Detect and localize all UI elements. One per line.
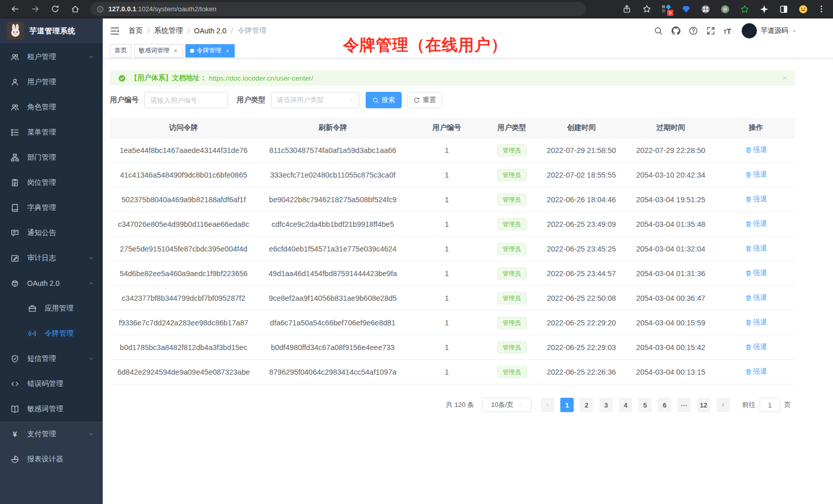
sidebar-item-5[interactable]: 部门管理 — [0, 145, 103, 170]
page-ellipsis[interactable]: ··· — [677, 398, 691, 412]
cell-user_id: 1 — [408, 343, 485, 352]
force-logout-button[interactable]: 强退 — [745, 268, 767, 278]
force-logout-button[interactable]: 强退 — [745, 195, 767, 204]
star-extension-icon[interactable] — [740, 5, 749, 14]
search-icon[interactable] — [654, 26, 663, 35]
force-logout-button[interactable]: 强退 — [745, 342, 767, 352]
tab-3[interactable]: 令牌管理 — [185, 44, 235, 57]
sidebar-item-11[interactable]: 应用管理 — [0, 296, 103, 321]
sidebar-item-17[interactable]: 报表设计器 — [0, 447, 103, 472]
cell-user_id: 1 — [408, 269, 485, 278]
cell-access_token: 41c41346a548490f9dc8b01c6bfe0865 — [110, 171, 257, 179]
cell-user_type: 管理员 — [485, 218, 538, 230]
force-logout-button[interactable]: 强退 — [745, 219, 767, 228]
github-icon[interactable] — [671, 26, 680, 35]
sidebar-item-12[interactable]: 令牌管理 — [0, 321, 103, 346]
tab-close-icon[interactable] — [225, 48, 230, 53]
page-button-2[interactable]: 2 — [580, 398, 593, 412]
sidebar-item-1[interactable]: 租户管理 — [0, 44, 103, 69]
page-button-3[interactable]: 3 — [599, 398, 613, 412]
help-icon[interactable] — [689, 26, 698, 35]
force-logout-button[interactable]: 强退 — [745, 170, 767, 179]
doc-link[interactable]: https://doc.iocoder.cn/user-center/ — [209, 74, 313, 82]
gem-extension-icon[interactable] — [681, 5, 691, 14]
force-logout-button[interactable]: 强退 — [745, 145, 767, 154]
sidebar-item-2[interactable]: 用户管理 — [0, 69, 103, 94]
back-icon[interactable] — [11, 5, 20, 13]
cell-refresh_token: b0df4980ffd34c67a08f9156e4eee733 — [257, 343, 408, 352]
user-type-select[interactable]: 请选择用户类型 — [271, 92, 359, 108]
command-extension-icon[interactable] — [701, 5, 710, 14]
search-button[interactable]: 搜索 — [366, 92, 402, 108]
sidebar-item-8[interactable]: 通知公告 — [0, 220, 103, 245]
sidebar-item-3[interactable]: 角色管理 — [0, 94, 103, 120]
browser-menu-icon[interactable] — [817, 5, 826, 13]
page-button-12[interactable]: 12 — [697, 398, 710, 412]
burst-extension-icon[interactable] — [760, 5, 769, 14]
page-size-select[interactable]: 10条/页 — [482, 398, 532, 412]
shield-icon — [11, 355, 19, 363]
font-size-icon[interactable]: TT — [724, 27, 731, 35]
cell-action: 强退 — [717, 293, 795, 303]
sidebar-item-7[interactable]: 字典管理 — [0, 195, 103, 220]
sidebar-item-16[interactable]: ¥支付管理 — [0, 421, 103, 447]
recorder-extension-icon[interactable] — [721, 5, 730, 14]
success-check-icon — [118, 74, 126, 82]
trash-icon — [745, 147, 752, 153]
force-logout-button[interactable]: 强退 — [745, 293, 767, 302]
fullscreen-icon[interactable] — [706, 26, 715, 35]
sidebar-item-label: 令牌管理 — [45, 329, 94, 338]
briefcase-icon — [28, 304, 36, 313]
sidebar-item-9[interactable]: 审计日志 — [0, 245, 103, 270]
home-icon[interactable] — [71, 5, 80, 13]
user-menu-caret-icon[interactable] — [791, 28, 797, 34]
tab-2[interactable]: 敏感词管理 — [134, 44, 183, 57]
app-logo[interactable]: 芋道管理系统 — [0, 18, 103, 43]
sidebar-item-15[interactable]: 敏感词管理 — [0, 396, 103, 421]
sidebar-item-10[interactable]: OAuth 2.0 — [0, 270, 103, 296]
page-button-1[interactable]: 1 — [560, 398, 574, 412]
user-avatar[interactable] — [742, 23, 757, 38]
page-button-5[interactable]: 5 — [638, 398, 652, 412]
address-bar[interactable]: 127.0.0.1:1024/system/oauth2/token — [90, 2, 586, 16]
page-button-6[interactable]: 6 — [658, 398, 671, 412]
page-button-4[interactable]: 4 — [619, 398, 632, 412]
sidebar-item-4[interactable]: 菜单管理 — [0, 120, 103, 145]
sidebar-item-14[interactable]: 错误码管理 — [0, 371, 103, 396]
breadcrumb-item-3[interactable]: OAuth 2.0 — [194, 27, 226, 35]
split-screen-extension-icon[interactable] — [779, 5, 788, 14]
sidebar-item-13[interactable]: 短信管理 — [0, 346, 103, 371]
prev-page-button[interactable] — [541, 398, 554, 412]
site-info-icon[interactable] — [97, 6, 104, 13]
sidebar-item-6[interactable]: 岗位管理 — [0, 170, 103, 195]
goto-page-input[interactable] — [760, 398, 780, 412]
forward-icon[interactable] — [31, 5, 40, 13]
tab-label: 令牌管理 — [197, 46, 221, 55]
breadcrumb-item-2[interactable]: 系统管理 — [154, 26, 183, 35]
share-icon[interactable] — [622, 5, 631, 13]
cell-access_token: 1ea5e44f8bc1467aaede43144f31de76 — [110, 146, 257, 154]
bookmark-star-icon[interactable] — [642, 5, 651, 13]
reload-icon[interactable] — [51, 5, 60, 13]
force-logout-button[interactable]: 强退 — [745, 367, 767, 376]
chevron-up-icon — [88, 280, 94, 286]
sidebar-item-label: 用户管理 — [27, 77, 94, 87]
tab-close-icon[interactable] — [173, 48, 178, 53]
cell-user_type: 管理员 — [485, 341, 538, 354]
cell-user_type: 管理员 — [485, 366, 538, 378]
extension-grid-icon[interactable]: 9 — [662, 5, 671, 14]
reset-button[interactable]: 重置 — [407, 92, 442, 108]
user-id-input[interactable] — [144, 92, 228, 108]
force-logout-button[interactable]: 强退 — [745, 318, 767, 327]
next-page-button[interactable] — [716, 398, 730, 412]
breadcrumb-item-1[interactable]: 首页 — [128, 26, 143, 35]
emoji-extension-icon[interactable] — [799, 5, 808, 14]
sidebar-collapse-icon[interactable] — [110, 26, 120, 36]
column-header-access_token: 访问令牌 — [110, 123, 257, 132]
column-header-action: 操作 — [717, 123, 795, 132]
alert-close-icon[interactable] — [782, 75, 788, 81]
tab-1[interactable]: 首页 — [110, 44, 131, 57]
cell-refresh_token: e6cfd40eb1f54571a31e775e039c4624 — [257, 245, 408, 253]
username[interactable]: 芋道源码 — [761, 26, 788, 35]
force-logout-button[interactable]: 强退 — [745, 244, 767, 253]
